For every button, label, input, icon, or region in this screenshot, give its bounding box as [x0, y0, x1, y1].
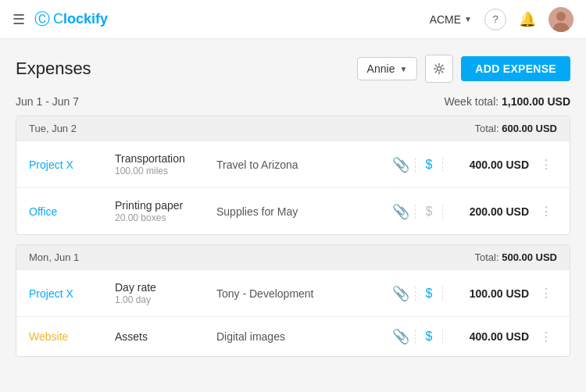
section-date: Tue, Jun 2	[29, 123, 77, 134]
expense-category-col: Transportation 100.00 miles	[115, 152, 216, 176]
billable-col: $	[415, 287, 443, 301]
date-range: Jun 1 - Jun 7	[16, 95, 79, 108]
billable-icon[interactable]: $	[426, 287, 433, 301]
attachment-icon-empty: 📎	[392, 285, 409, 302]
expense-project-col: Project X	[29, 159, 115, 171]
attachment-icon[interactable]: 📎	[392, 156, 409, 173]
svg-point-3	[438, 67, 441, 71]
expense-category-col: Assets	[115, 330, 216, 344]
logo-icon: Ⓒ	[34, 9, 50, 30]
section-header-tue: Tue, Jun 2 Total: 600.00 USD	[16, 116, 570, 141]
expense-project-col: Website	[29, 330, 115, 343]
expense-project-col: Office	[29, 205, 115, 218]
hamburger-icon[interactable]: ☰	[13, 11, 25, 28]
expense-menu-col[interactable]: ⋮	[535, 157, 557, 172]
help-icon[interactable]: ?	[484, 9, 506, 30]
row-menu-icon[interactable]: ⋮	[540, 330, 553, 344]
week-total: Week total: 1,100.00 USD	[444, 95, 570, 108]
section-tue-jun2: Tue, Jun 2 Total: 600.00 USD Project X T…	[16, 116, 570, 235]
expense-row: Project X Day rate 1.00 day Tony - Devel…	[16, 269, 570, 316]
category-sub: 100.00 miles	[115, 166, 216, 176]
date-range-row: Jun 1 - Jun 7 Week total: 1,100.00 USD	[16, 95, 570, 108]
user-filter-label: Annie	[367, 62, 395, 75]
expense-menu-col[interactable]: ⋮	[535, 330, 557, 344]
category-sub: 20.00 boxes	[115, 212, 216, 223]
expense-project-col: Project X	[29, 287, 115, 300]
company-name: ACME	[430, 13, 461, 26]
expense-amount-col: 200.00 USD	[443, 205, 529, 218]
billable-col: $	[415, 205, 443, 219]
section-total-value: 600.00 USD	[502, 123, 557, 134]
attachment-icon[interactable]: 📎	[392, 203, 409, 220]
nav-left: ☰ Ⓒ Clockify	[13, 9, 108, 30]
page-header: Expenses Annie ▼ ADD EXPENSE	[16, 55, 570, 83]
billable-icon-inactive[interactable]: $	[426, 205, 433, 219]
user-avatar[interactable]	[548, 7, 573, 32]
attachment-col: 📎	[387, 285, 415, 302]
avatar-image	[548, 7, 573, 32]
week-total-value: 1,100.00 USD	[502, 95, 570, 108]
header-actions: Annie ▼ ADD EXPENSE	[357, 55, 570, 83]
logo[interactable]: Ⓒ Clockify	[34, 9, 108, 30]
billable-col: $	[415, 158, 443, 172]
expense-row: Project X Transportation 100.00 miles Tr…	[16, 141, 570, 187]
settings-button[interactable]	[425, 55, 453, 83]
section-total: Total: 500.00 USD	[474, 251, 557, 263]
billable-col: $	[415, 330, 443, 344]
gear-icon	[433, 62, 445, 75]
expense-amount-col: 400.00 USD	[443, 159, 529, 171]
section-date: Mon, Jun 1	[29, 251, 79, 263]
top-navigation: ☰ Ⓒ Clockify ACME ▼ ? 🔔	[0, 0, 586, 39]
logo-text: Clockify	[53, 11, 108, 27]
section-mon-jun1: Mon, Jun 1 Total: 500.00 USD Project X D…	[16, 244, 570, 357]
project-link[interactable]: Website	[29, 330, 68, 343]
expense-category-col: Day rate 1.00 day	[115, 281, 216, 305]
project-link[interactable]: Project X	[29, 287, 73, 300]
nav-right: ACME ▼ ? 🔔	[430, 7, 573, 32]
expense-row: Office Printing paper 20.00 boxes Suppli…	[16, 187, 570, 234]
expense-category-col: Printing paper 20.00 boxes	[115, 199, 216, 223]
add-expense-button[interactable]: ADD EXPENSE	[461, 56, 570, 81]
user-filter-dropdown[interactable]: Annie ▼	[357, 57, 418, 80]
row-menu-icon[interactable]: ⋮	[540, 204, 553, 219]
company-chevron-icon: ▼	[464, 15, 472, 23]
expense-menu-col[interactable]: ⋮	[535, 286, 557, 301]
category-sub: 1.00 day	[115, 294, 216, 305]
project-link[interactable]: Office	[29, 205, 57, 218]
svg-point-1	[556, 12, 566, 21]
expense-description-col: Digital images	[216, 330, 387, 343]
attachment-col: 📎	[387, 156, 415, 173]
attachment-col: 📎	[387, 203, 415, 220]
expense-row: Website Assets Digital images 📎 $ 400.00…	[16, 316, 570, 356]
category-name: Transportation	[115, 152, 216, 165]
category-name: Day rate	[115, 281, 216, 294]
row-menu-icon[interactable]: ⋮	[540, 157, 553, 172]
page-content: Expenses Annie ▼ ADD EXPENSE Jun 1 - Jun…	[0, 39, 586, 392]
attachment-col: 📎	[387, 328, 415, 345]
page-title: Expenses	[16, 59, 91, 79]
project-link[interactable]: Project X	[29, 159, 73, 171]
expense-menu-col[interactable]: ⋮	[535, 204, 557, 219]
expense-description-col: Travel to Arizona	[216, 159, 387, 171]
billable-icon[interactable]: $	[426, 158, 433, 172]
attachment-icon[interactable]: 📎	[392, 328, 409, 345]
user-filter-chevron-icon: ▼	[399, 65, 407, 73]
company-selector[interactable]: ACME ▼	[430, 13, 472, 26]
row-menu-icon[interactable]: ⋮	[540, 286, 553, 301]
section-total: Total: 600.00 USD	[474, 123, 557, 134]
section-header-mon: Mon, Jun 1 Total: 500.00 USD	[16, 245, 570, 269]
category-name: Printing paper	[115, 199, 216, 212]
expense-amount-col: 400.00 USD	[443, 330, 529, 343]
expense-description-col: Tony - Development	[216, 287, 387, 300]
bell-icon[interactable]: 🔔	[519, 11, 536, 28]
section-total-value: 500.00 USD	[502, 251, 557, 263]
expense-amount-col: 100.00 USD	[443, 287, 529, 300]
billable-icon[interactable]: $	[426, 330, 433, 344]
expense-description-col: Supplies for May	[216, 205, 387, 218]
category-name: Assets	[115, 330, 216, 343]
